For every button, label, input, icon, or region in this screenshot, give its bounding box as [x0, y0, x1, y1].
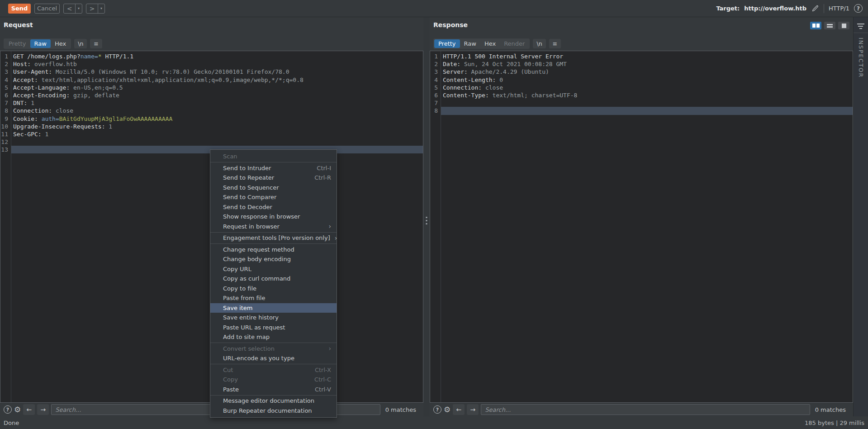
code-line-1[interactable]: 1HTTP/1.1 500 Internal Server Error [430, 52, 853, 60]
menu-item-send-to-decoder[interactable]: Send to Decoder [210, 202, 337, 212]
inspector-filter-icon[interactable] [857, 24, 864, 29]
menu-item-save-entire-history[interactable]: Save entire history [210, 313, 337, 323]
line-content[interactable]: User-Agent: Mozilla/5.0 (Windows NT 10.0… [11, 68, 423, 76]
line-content[interactable]: DNT: 1 [11, 99, 423, 107]
forward-chevron-icon[interactable]: > [86, 4, 98, 13]
line-content[interactable]: Sec-GPC: 1 [11, 130, 423, 138]
request-menu-icon[interactable]: ≡ [90, 39, 102, 48]
response-search-input[interactable] [481, 404, 810, 415]
request-newline-toggle[interactable]: \n [74, 39, 87, 48]
line-content[interactable] [441, 99, 853, 107]
help-icon[interactable]: ? [854, 4, 863, 13]
edit-target-icon[interactable] [811, 5, 819, 13]
menu-item-burp-repeater-documentation[interactable]: Burp Repeater documentation [210, 406, 337, 416]
line-content[interactable]: Accept-Language: en-US,en;q=0.5 [11, 84, 423, 91]
search-prev-button[interactable]: ← [23, 404, 35, 415]
code-line-7[interactable]: 7 [430, 99, 853, 107]
line-content[interactable]: Host: overflow.htb [11, 60, 423, 68]
line-content[interactable]: Upgrade-Insecure-Requests: 1 [11, 123, 423, 130]
code-line-8[interactable]: 8 [430, 107, 853, 114]
line-content[interactable]: Connection: close [441, 84, 853, 91]
tab-render[interactable]: Render [500, 39, 529, 48]
layout-rows-button[interactable] [824, 22, 835, 29]
forward-dropdown-icon[interactable]: ▾ [98, 4, 104, 13]
search-settings-gear-icon[interactable]: ⚙ [444, 406, 451, 414]
menu-item-send-to-intruder[interactable]: Send to IntruderCtrl-I [210, 163, 337, 173]
menu-item-send-to-comparer[interactable]: Send to Comparer [210, 192, 337, 202]
line-content[interactable]: Accept: text/html,application/xhtml+xml,… [11, 76, 423, 84]
menu-item-copy-to-file[interactable]: Copy to file [210, 284, 337, 294]
menu-item-engagement-tools-pro-version-only-[interactable]: Engagement tools [Pro version only]› [210, 233, 337, 243]
menu-item-save-item[interactable]: Save item [210, 303, 337, 313]
back-chevron-icon[interactable]: < [64, 4, 75, 13]
code-line-3[interactable]: 3Server: Apache/2.4.29 (Ubuntu) [430, 68, 853, 76]
line-content[interactable] [11, 138, 423, 146]
code-line-2[interactable]: 2Host: overflow.htb [0, 60, 423, 68]
tab-hex[interactable]: Hex [51, 39, 70, 48]
line-content[interactable]: GET /home/logs.php?name=* HTTP/1.1 [11, 52, 423, 60]
menu-item-change-request-method[interactable]: Change request method [210, 245, 337, 255]
code-line-4[interactable]: 4Accept: text/html,application/xhtml+xml… [0, 76, 423, 84]
code-line-7[interactable]: 7DNT: 1 [0, 99, 423, 107]
menu-item-paste[interactable]: PasteCtrl-V [210, 385, 337, 395]
menu-item-request-in-browser[interactable]: Request in browser› [210, 222, 337, 232]
tab-raw[interactable]: Raw [30, 39, 51, 48]
line-content[interactable]: Accept-Encoding: gzip, deflate [11, 91, 423, 99]
menu-item-send-to-repeater[interactable]: Send to RepeaterCtrl-R [210, 173, 337, 183]
layout-single-button[interactable] [838, 22, 849, 29]
menu-item-add-to-site-map[interactable]: Add to site map [210, 332, 337, 342]
response-newline-toggle[interactable]: \n [533, 39, 545, 48]
menu-item-show-response-in-browser[interactable]: Show response in browser [210, 212, 337, 222]
history-forward-button[interactable]: > ▾ [86, 4, 105, 14]
code-line-2[interactable]: 2Date: Sun, 24 Oct 2021 00:08:28 GMT [430, 60, 853, 68]
line-content[interactable]: Content-Type: text/html; charset=UTF-8 [441, 91, 853, 99]
code-line-6[interactable]: 6Accept-Encoding: gzip, deflate [0, 91, 423, 99]
code-line-8[interactable]: 8Connection: close [0, 107, 423, 114]
code-line-12[interactable]: 12 [0, 138, 423, 146]
history-back-button[interactable]: < ▾ [63, 4, 82, 14]
menu-item-copy-as-curl-command[interactable]: Copy as curl command [210, 274, 337, 284]
search-next-button[interactable]: → [467, 404, 479, 415]
tab-hex[interactable]: Hex [480, 39, 500, 48]
send-button[interactable]: Send [8, 4, 31, 14]
line-content[interactable]: Server: Apache/2.4.29 (Ubuntu) [441, 68, 853, 76]
http-version-label[interactable]: HTTP/1 [829, 5, 849, 12]
line-content[interactable]: Date: Sun, 24 Oct 2021 00:08:28 GMT [441, 60, 853, 68]
cancel-button[interactable]: Cancel [34, 4, 60, 14]
code-line-5[interactable]: 5Connection: close [430, 84, 853, 91]
menu-item-message-editor-documentation[interactable]: Message editor documentation [210, 396, 337, 406]
line-content[interactable] [441, 107, 853, 114]
line-content[interactable]: Content-Length: 0 [441, 76, 853, 84]
tab-pretty[interactable]: Pretty [5, 39, 30, 48]
code-line-6[interactable]: 6Content-Type: text/html; charset=UTF-8 [430, 91, 853, 99]
back-dropdown-icon[interactable]: ▾ [75, 4, 82, 13]
menu-item-change-body-encoding[interactable]: Change body encoding [210, 254, 337, 264]
menu-item-paste-from-file[interactable]: Paste from file [210, 293, 337, 303]
line-content[interactable]: HTTP/1.1 500 Internal Server Error [441, 52, 853, 60]
menu-item-copy-url[interactable]: Copy URL [210, 264, 337, 274]
response-editor[interactable]: 1HTTP/1.1 500 Internal Server Error2Date… [430, 51, 853, 403]
line-content[interactable]: Connection: close [11, 107, 423, 114]
search-next-button[interactable]: → [37, 404, 49, 415]
menu-item-send-to-sequencer[interactable]: Send to Sequencer [210, 183, 337, 193]
response-menu-icon[interactable]: ≡ [549, 39, 561, 48]
search-settings-gear-icon[interactable]: ⚙ [14, 406, 21, 414]
search-help-icon[interactable]: ? [433, 405, 441, 414]
code-line-1[interactable]: 1GET /home/logs.php?name=* HTTP/1.1 [0, 52, 423, 60]
inspector-tab[interactable]: INSPECTOR [858, 38, 864, 78]
code-line-5[interactable]: 5Accept-Language: en-US,en;q=0.5 [0, 84, 423, 91]
tab-raw[interactable]: Raw [460, 39, 480, 48]
search-help-icon[interactable]: ? [4, 405, 12, 414]
tab-pretty[interactable]: Pretty [434, 39, 460, 48]
menu-item-paste-url-as-request[interactable]: Paste URL as request [210, 323, 337, 333]
search-prev-button[interactable]: ← [453, 404, 465, 415]
code-line-10[interactable]: 10Upgrade-Insecure-Requests: 1 [0, 123, 423, 130]
menu-item-url-encode-as-you-type[interactable]: URL-encode as you type [210, 353, 337, 363]
splitter-handle-icon[interactable] [426, 215, 427, 226]
layout-columns-button[interactable] [810, 22, 821, 29]
line-content[interactable]: Cookie: auth=BAitGdYuupMjA3gl1aFoOwAAAAA… [11, 115, 423, 123]
code-line-3[interactable]: 3User-Agent: Mozilla/5.0 (Windows NT 10.… [0, 68, 423, 76]
code-line-11[interactable]: 11Sec-GPC: 1 [0, 130, 423, 138]
code-line-4[interactable]: 4Content-Length: 0 [430, 76, 853, 84]
panel-splitter[interactable] [423, 17, 430, 416]
